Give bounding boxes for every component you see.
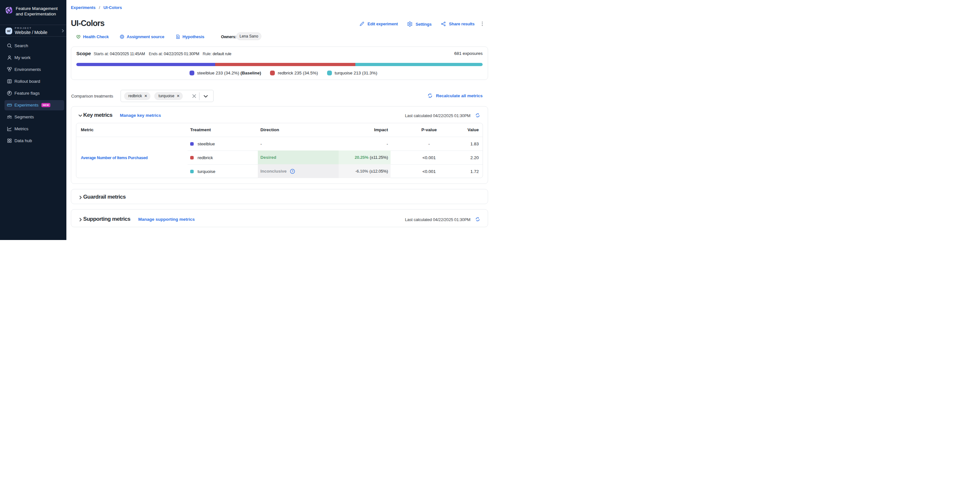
svg-text:?: ? [291,170,293,173]
